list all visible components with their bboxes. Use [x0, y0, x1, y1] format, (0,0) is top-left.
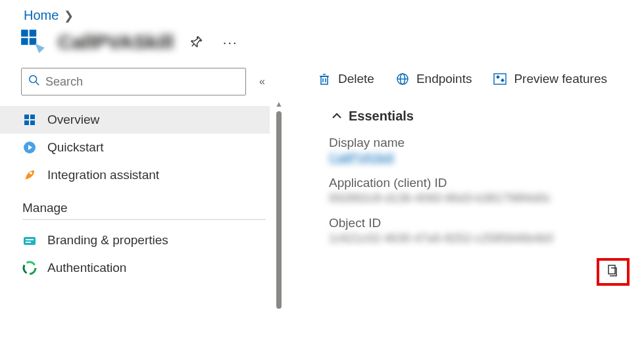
- essentials-toggle[interactable]: Essentials: [317, 105, 644, 133]
- search-box[interactable]: [21, 68, 246, 95]
- chevron-right-icon: ❯: [64, 9, 74, 23]
- search-input[interactable]: [45, 75, 239, 89]
- svg-line-5: [192, 44, 195, 47]
- preview-features-button[interactable]: Preview features: [493, 72, 607, 86]
- overview-icon: [22, 113, 37, 127]
- display-name-value[interactable]: CallPVASkill: [329, 151, 644, 165]
- nav-quickstart[interactable]: Quickstart: [0, 134, 276, 161]
- field-label: Display name: [329, 136, 644, 150]
- svg-rect-31: [608, 265, 615, 274]
- chevron-up-icon: [332, 111, 342, 122]
- svg-point-6: [30, 76, 37, 83]
- nav-label: Branding & properties: [47, 233, 168, 248]
- scroll-up-arrow: ▲: [275, 99, 283, 109]
- copy-highlight-box: [597, 258, 630, 286]
- nav-authentication[interactable]: Authentication: [0, 254, 276, 282]
- endpoints-button[interactable]: Endpoints: [395, 72, 472, 86]
- nav-label: Integration assistant: [47, 168, 159, 182]
- field-display-name: Display name CallPVASkill: [317, 133, 644, 173]
- field-object-id: Object ID 1c621c02-4630-47a5-8252-c25858…: [317, 213, 644, 253]
- nav-integration-assistant[interactable]: Integration assistant: [0, 161, 276, 189]
- scrollbar-thumb[interactable]: [276, 111, 282, 309]
- svg-rect-10: [24, 120, 29, 125]
- svg-marker-30: [501, 79, 504, 82]
- branding-icon: [22, 233, 37, 248]
- svg-line-7: [36, 82, 39, 86]
- svg-marker-4: [35, 43, 45, 53]
- svg-rect-11: [30, 120, 35, 125]
- svg-rect-2: [21, 38, 28, 45]
- sidebar: « Overview: [0, 68, 276, 325]
- pin-button[interactable]: [184, 30, 208, 54]
- svg-marker-29: [497, 76, 499, 78]
- breadcrumb: Home ❯: [0, 0, 644, 28]
- nav-list: Overview Quickstart: [0, 106, 276, 282]
- toolbar: Delete Endpoints: [317, 68, 644, 105]
- object-id-value: 1c621c02-4630-47a5-8252-c2585846b4b0: [329, 232, 644, 246]
- application-id-value: 692892c8-d136-4060-86d3-b381798f4d0c: [329, 192, 644, 205]
- button-label: Endpoints: [416, 72, 472, 86]
- app-registration-icon: [20, 28, 47, 56]
- essentials-label: Essentials: [349, 109, 414, 124]
- button-label: Preview features: [514, 72, 607, 86]
- scrollbar[interactable]: ▲: [276, 106, 282, 282]
- svg-rect-8: [24, 115, 29, 119]
- trash-icon: [317, 72, 332, 86]
- copy-icon[interactable]: [607, 263, 620, 280]
- svg-rect-9: [30, 115, 35, 119]
- globe-icon: [395, 72, 410, 86]
- field-application-id: Application (client) ID 692892c8-d136-40…: [317, 173, 644, 213]
- field-label: Object ID: [329, 216, 644, 230]
- preview-icon: [493, 72, 507, 86]
- button-label: Delete: [338, 72, 374, 86]
- collapse-sidebar-button[interactable]: «: [257, 73, 268, 90]
- section-manage-label: Manage: [0, 189, 276, 219]
- svg-rect-1: [30, 30, 37, 37]
- auth-icon: [22, 261, 37, 275]
- rocket-icon: [22, 168, 37, 182]
- nav-label: Overview: [47, 113, 99, 127]
- divider: [22, 219, 266, 220]
- nav-label: Quickstart: [47, 140, 104, 155]
- svg-rect-0: [21, 30, 28, 37]
- svg-rect-16: [26, 242, 31, 243]
- more-button[interactable]: ···: [218, 30, 242, 54]
- svg-point-13: [30, 172, 32, 174]
- page-header: CallPVASkill ···: [0, 28, 644, 68]
- page-title: CallPVASkill: [58, 31, 174, 53]
- main-panel: Delete Endpoints: [276, 68, 644, 325]
- delete-button[interactable]: Delete: [317, 72, 374, 86]
- nav-overview[interactable]: Overview: [0, 106, 270, 134]
- breadcrumb-home[interactable]: Home: [24, 8, 59, 23]
- svg-rect-20: [321, 76, 328, 84]
- nav-label: Authentication: [47, 261, 126, 275]
- svg-rect-15: [26, 239, 34, 240]
- svg-rect-14: [24, 237, 36, 245]
- quickstart-icon: [22, 140, 37, 155]
- field-label: Application (client) ID: [329, 176, 644, 190]
- svg-rect-28: [494, 74, 506, 84]
- search-icon: [28, 74, 40, 89]
- nav-branding[interactable]: Branding & properties: [0, 226, 276, 254]
